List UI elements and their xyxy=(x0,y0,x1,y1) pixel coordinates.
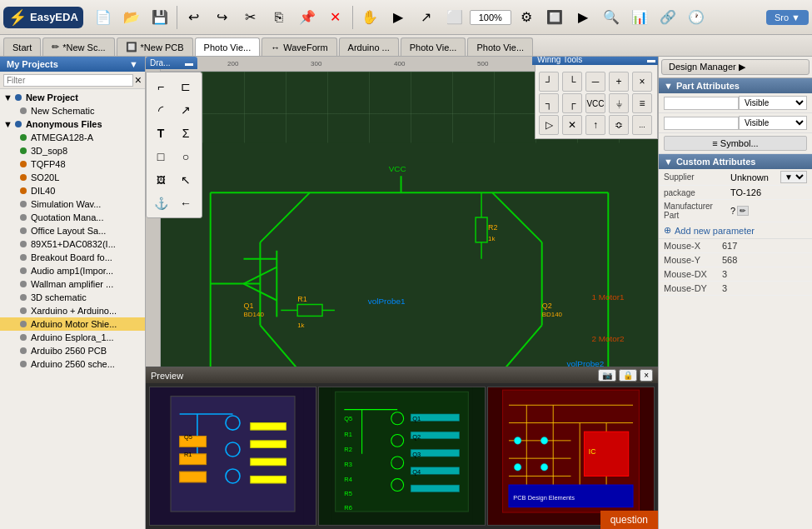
tab-waveform[interactable]: ↔ WaveForm xyxy=(262,37,336,56)
undo-button[interactable]: ↩ xyxy=(181,4,207,31)
wiring-corner-lt[interactable]: ┘ xyxy=(539,72,559,92)
delete-button[interactable]: ✕ xyxy=(322,4,349,31)
sidebar-item-breakout[interactable]: Breakout Board fo... xyxy=(0,251,145,264)
draw-text-btn[interactable]: T xyxy=(150,122,172,144)
sidebar-item-wallman[interactable]: Wallman amplifier ... xyxy=(0,277,145,291)
dot-new-project xyxy=(15,94,22,101)
wiring-net-port[interactable]: ▷ xyxy=(539,115,559,135)
wiring-power[interactable]: ↑ xyxy=(585,115,605,135)
wiring-gnd[interactable]: ⏚ xyxy=(609,93,629,113)
sidebar-item-dil40[interactable]: DIL40 xyxy=(0,184,145,197)
package-value: TO-126 xyxy=(730,187,807,197)
draw-back-btn[interactable]: ← xyxy=(175,192,197,214)
component-ref-input[interactable]: Q4 xyxy=(664,117,739,130)
tab-new-schematic[interactable]: ✏ *New Sc... xyxy=(42,37,114,56)
share-button[interactable]: 🔗 xyxy=(655,4,681,31)
sidebar-item-arduino-motor[interactable]: Arduino Motor Shie... xyxy=(0,317,145,331)
wiring-more1[interactable]: ≡ xyxy=(632,93,652,113)
redo-button[interactable]: ↪ xyxy=(209,4,236,31)
filter-input[interactable] xyxy=(3,74,133,87)
draw-wire-btn[interactable]: ⌐ xyxy=(150,76,172,97)
copy-button[interactable]: ⎘ xyxy=(266,4,292,31)
sidebar-item-simulation[interactable]: Simulation Wav... xyxy=(0,197,145,211)
wiring-tools-close[interactable]: ▬ xyxy=(647,57,655,64)
sidebar-item-office[interactable]: Office Layout Sa... xyxy=(0,224,145,237)
draw-anchor-btn[interactable]: ⚓ xyxy=(150,192,172,214)
sidebar-item-quotation[interactable]: Quotation Mana... xyxy=(0,211,145,224)
mouse-y-label: Mouse-Y xyxy=(664,255,722,265)
draw-image-btn[interactable]: 🖼 xyxy=(150,169,172,191)
history-button[interactable]: 🕐 xyxy=(683,4,710,31)
add-param-row[interactable]: ⊕ Add new parameter xyxy=(659,222,812,239)
visibility1-select[interactable]: Visible Hidden xyxy=(739,96,807,110)
symbol-button[interactable]: ≡ Symbol... xyxy=(664,136,807,151)
draw-toolbar-close[interactable]: ▬ xyxy=(185,58,193,67)
wiring-close[interactable]: × xyxy=(632,72,652,92)
canvas-area[interactable]: 200 300 400 500 600 700 00s 009 xyxy=(146,57,658,529)
tab-arduino[interactable]: Arduino ... xyxy=(339,37,399,56)
sidebar-item-new-schematic[interactable]: New Schematic xyxy=(0,104,145,117)
tab-photo-vie-2[interactable]: Photo Vie... xyxy=(401,37,466,56)
question-button[interactable]: question xyxy=(600,511,658,529)
wiring-no-connect[interactable]: ✕ xyxy=(562,115,582,135)
wiring-corner-rt[interactable]: └ xyxy=(562,72,582,92)
sidebar-item-arduino-2560-sche[interactable]: Arduino 2560 sche... xyxy=(0,357,145,371)
draw-bus-btn[interactable]: ⊏ xyxy=(175,76,197,97)
draw-arrow-btn[interactable]: ↗ xyxy=(175,99,197,121)
zoom-fit[interactable]: ⬜ xyxy=(441,4,468,31)
sidebar-item-xarduino[interactable]: Xarduino + Arduino... xyxy=(0,304,145,317)
sidebar-item-atmega[interactable]: ATMEGA128-A xyxy=(0,131,145,144)
wiring-corner-lb[interactable]: ┐ xyxy=(539,93,559,113)
component-name-input[interactable]: BD139 xyxy=(664,97,739,110)
wiring-junction[interactable]: + xyxy=(609,72,629,92)
waveform-button[interactable]: 📊 xyxy=(626,4,653,31)
sidebar-item-new-project[interactable]: ▼ New Project xyxy=(0,91,145,104)
simulate-button[interactable]: ▶ xyxy=(570,4,596,31)
svg-text:R6: R6 xyxy=(344,504,352,512)
draw-arc-btn[interactable]: ◜ xyxy=(150,99,172,121)
draw-ellipse-btn[interactable]: ○ xyxy=(175,146,197,167)
mfr-edit-btn[interactable]: ✏ xyxy=(737,206,749,216)
run-button[interactable]: ▶ xyxy=(385,4,411,31)
sidebar-item-so20l[interactable]: SO20L xyxy=(0,171,145,184)
sidebar-item-arduibo-2560-pcb[interactable]: Arduibo 2560 PCB xyxy=(0,344,145,357)
wiring-more2[interactable]: ... xyxy=(632,115,652,135)
draw-sigma-btn[interactable]: Σ xyxy=(175,122,197,144)
wiring-vcc[interactable]: VCC xyxy=(585,93,605,113)
sidebar-item-3dsop8[interactable]: 3D_sop8 xyxy=(0,144,145,157)
tab-start[interactable]: Start xyxy=(3,37,41,56)
preview-camera[interactable]: 📷 xyxy=(598,369,616,382)
tab-photo-vie-3[interactable]: Photo Vie... xyxy=(467,37,533,56)
user-button[interactable]: Sro ▼ xyxy=(766,10,809,25)
svg-text:Q2: Q2 xyxy=(542,302,552,310)
filter-close[interactable]: × xyxy=(135,73,142,87)
preview-lock[interactable]: 🔒 xyxy=(619,369,637,382)
draw-rect-btn[interactable]: □ xyxy=(150,146,172,167)
wiring-wire-h[interactable]: ─ xyxy=(585,72,605,92)
supplier-select[interactable]: ▼ xyxy=(780,171,807,183)
open-button[interactable]: 📂 xyxy=(118,4,145,31)
settings-button[interactable]: ⚙ xyxy=(513,4,540,31)
sidebar-item-89x51[interactable]: 89X51+DAC0832(I... xyxy=(0,237,145,251)
design-manager-btn[interactable]: Design Manager ▶ xyxy=(661,59,810,75)
visibility2-select[interactable]: Visible Hidden xyxy=(739,116,807,130)
sidebar-item-audio[interactable]: Audio amp1(Impor... xyxy=(0,264,145,277)
sidebar-item-3dschematic[interactable]: 3D schematic xyxy=(0,291,145,304)
zoom-button[interactable]: 🔍 xyxy=(598,4,625,31)
tab-new-pcb[interactable]: 🔲 *New PCB xyxy=(117,37,193,56)
sidebar-item-anonymous[interactable]: ▼ Anonymous Files xyxy=(0,117,145,131)
new-button[interactable]: 📄 xyxy=(90,4,117,31)
wiring-corner-rb[interactable]: ┌ xyxy=(562,93,582,113)
paste-button[interactable]: 📌 xyxy=(294,4,321,31)
cut-button[interactable]: ✂ xyxy=(237,4,264,31)
hand-button[interactable]: ✋ xyxy=(356,4,383,31)
draw-cursor-btn[interactable]: ↖ xyxy=(175,169,197,191)
preview-close[interactable]: × xyxy=(640,369,653,382)
sidebar-item-arduino-esplora[interactable]: Arduino Esplora_1... xyxy=(0,331,145,344)
wiring-component2[interactable]: ≎ xyxy=(609,115,629,135)
save-button[interactable]: 💾 xyxy=(147,4,173,31)
component-lib[interactable]: 🔲 xyxy=(541,4,568,31)
route-button[interactable]: ↗ xyxy=(413,4,440,31)
tab-photo-vie-1[interactable]: Photo Vie... xyxy=(195,37,261,56)
sidebar-item-tqfp48[interactable]: TQFP48 xyxy=(0,157,145,171)
